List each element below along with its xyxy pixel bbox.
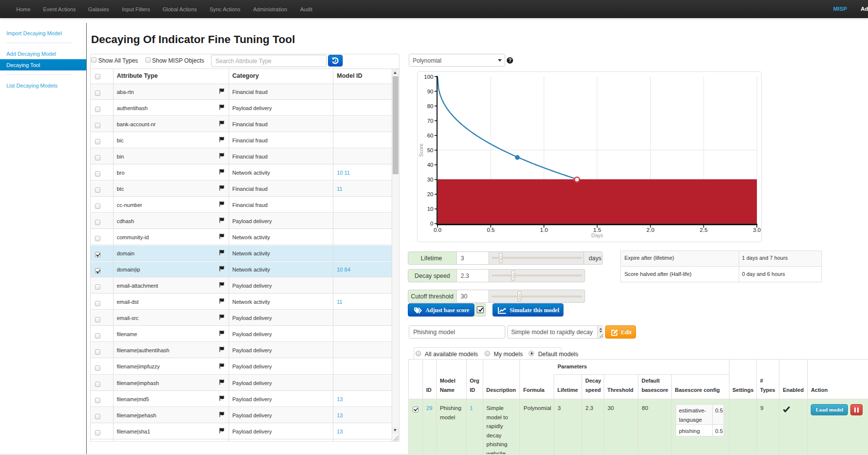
- svg-text:Days: Days: [591, 232, 603, 238]
- svg-text:Score: Score: [418, 143, 424, 157]
- svg-text:40: 40: [427, 162, 433, 168]
- svg-text:90: 90: [427, 89, 433, 94]
- svg-text:1.0: 1.0: [540, 227, 548, 233]
- svg-text:80: 80: [427, 103, 433, 109]
- svg-text:100: 100: [424, 74, 433, 80]
- svg-text:0.0: 0.0: [434, 227, 442, 233]
- svg-text:10: 10: [427, 206, 433, 212]
- svg-text:1.5: 1.5: [593, 227, 601, 233]
- svg-text:70: 70: [427, 118, 433, 124]
- svg-text:20: 20: [427, 191, 433, 197]
- svg-text:3.0: 3.0: [753, 227, 761, 233]
- svg-text:2.5: 2.5: [700, 227, 707, 233]
- svg-text:50: 50: [427, 147, 433, 153]
- svg-text:0: 0: [430, 221, 433, 227]
- svg-text:30: 30: [427, 177, 433, 182]
- svg-text:0.5: 0.5: [487, 227, 494, 233]
- svg-text:2.0: 2.0: [647, 227, 655, 233]
- svg-text:60: 60: [427, 133, 433, 138]
